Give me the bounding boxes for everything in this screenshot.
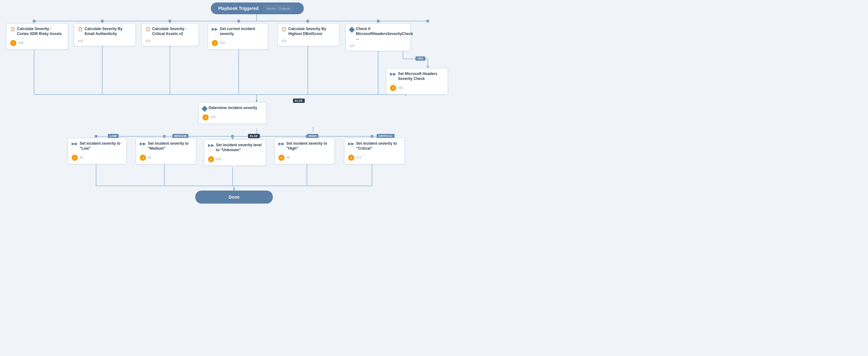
script-icon-3: 📋 [145,27,150,31]
lightning-icon-4: ⚡ [212,40,218,46]
lightning-icon-11: ⚡ [208,156,214,162]
action-icon-13: ▶▶ [348,141,354,146]
node-set-high[interactable]: ▶▶ Set incident severity to "High" ⚡ #6 [274,138,335,164]
node-id-5: #19 [281,39,287,43]
action-icon-10: ▶▶ [140,141,146,146]
node-determine-severity[interactable]: Determine incident severity ⚡ #15 [198,102,267,124]
svg-marker-61 [255,100,258,102]
node-id-12: #6 [286,156,290,159]
node-critical-assets[interactable]: 📋 Calculate Severity - Critical Assets v… [142,23,199,46]
script-icon: 📋 [10,27,15,31]
node-title-2: Calculate Severity By Email Authenticity [85,27,132,36]
node-id-8: #15 [211,115,216,119]
node-title-7: Set Microsoft Headers Severity Check [398,72,444,81]
label-medium: MEDIUM [173,134,188,138]
svg-point-43 [426,20,429,23]
svg-point-39 [168,20,172,23]
svg-point-41 [306,20,309,23]
node-title: Calculate Severity - Cortex XDR Risky As… [17,27,64,36]
lightning-icon-13: ⚡ [348,155,354,161]
diamond-icon-6 [349,27,355,33]
node-id-9: #4 [80,156,83,159]
node-id-3: #18 [145,39,151,43]
trigger-node[interactable]: Playbook Triggered Inputs / Outputs [211,2,304,14]
node-id-10: #5 [148,156,151,159]
node-get-severity[interactable]: ▶▶ Get current incident severity ⚡ #16 [208,23,268,50]
node-email-authenticity[interactable]: 📋 Calculate Severity By Email Authentici… [74,23,136,46]
lightning-icon-10: ⚡ [140,155,146,161]
lightning-icon-8: ⚡ [203,114,209,121]
node-set-critical[interactable]: ▶▶ Set incident severity to "Critical" ⚡… [344,138,405,164]
svg-marker-60 [377,21,379,23]
diamond-icon-8 [202,106,208,112]
svg-marker-68 [427,66,429,68]
svg-point-51 [163,135,166,138]
svg-point-40 [237,20,240,23]
svg-point-37 [33,20,36,23]
canvas: Playbook Triggered Inputs / Outputs 📋 Ca… [0,0,868,356]
node-set-unknown[interactable]: ▶▶ Set incident severity level to "Unkno… [204,139,266,166]
flow-connections [0,0,868,356]
label-high: HIGH [307,134,318,138]
lightning-icon: ⚡ [10,40,17,46]
node-id: #28 [18,41,24,44]
action-icon-12: ▶▶ [278,141,285,146]
action-icon-4: ▶▶ [212,27,218,31]
script-icon-2: 📋 [78,27,83,31]
node-title-5: Calculate Severity By Highest DBotScore [288,27,335,36]
node-id-2: #24 [78,39,83,43]
done-node[interactable]: Done [195,191,273,203]
node-id-13: #11 [356,156,362,159]
label-else-top: ELSE [293,99,305,103]
svg-point-50 [95,135,98,138]
node-ms-headers[interactable]: ▶▶ Set Microsoft Headers Severity Check … [386,68,448,95]
svg-point-42 [377,20,380,23]
svg-marker-56 [101,21,103,23]
node-dbotscore[interactable]: 📋 Calculate Severity By Highest DBotScor… [277,23,339,46]
action-icon-9: ▶▶ [72,141,78,146]
svg-marker-55 [33,21,35,23]
svg-point-38 [101,20,104,23]
svg-marker-64 [231,137,234,139]
done-title: Done [229,195,240,199]
node-id-11: #25 [216,157,221,161]
svg-marker-57 [168,21,171,23]
node-microsoft-check[interactable]: Check if MicrosoftHeadersSeverityCheck .… [346,23,411,51]
lightning-icon-7: ⚡ [390,85,396,91]
node-set-medium[interactable]: ▶▶ Set incident severity to "Medium" ⚡ #… [136,138,196,164]
node-title-12: Set incident severity to "High" [286,141,331,151]
svg-marker-58 [238,21,240,23]
node-title-3: Calculate Severity - Critical Assets v2 [152,27,195,36]
svg-point-54 [370,135,374,138]
inputs-outputs-button[interactable]: Inputs / Outputs [264,6,293,11]
label-low: LOW [108,134,119,138]
node-id-7: #26 [398,86,403,90]
node-title-13: Set incident severity to "Critical" [356,141,401,151]
svg-marker-67 [233,188,235,191]
node-title-8: Determine incident severity [209,106,257,110]
svg-marker-59 [307,21,309,23]
action-icon-11: ▶▶ [208,143,214,148]
node-title-9: Set incident severity to "Low" [80,141,122,151]
node-set-low[interactable]: ▶▶ Set incident severity to "Low" ⚡ #4 [68,138,126,164]
node-cortex-xdr[interactable]: 📋 Calculate Severity - Cortex XDR Risky … [6,23,68,50]
action-icon-7: ▶▶ [390,72,396,76]
node-title-4: Get current incident severity [220,27,264,36]
label-yes: YES [415,56,425,61]
svg-point-52 [231,135,234,138]
node-title-6: Check if MicrosoftHeadersSeverityCheck .… [356,27,413,41]
node-id-6: #27 [350,44,355,48]
trigger-title: Playbook Triggered [218,6,258,11]
node-id-4: #16 [220,41,225,44]
label-else-bottom: ELSE [248,134,260,138]
script-icon-5: 📋 [281,27,286,31]
lightning-icon-9: ⚡ [72,155,78,161]
node-title-11: Set incident severity level to "Unknown" [216,143,262,153]
lightning-icon-12: ⚡ [278,155,285,161]
label-critical: CRITICAL [377,134,395,138]
node-title-10: Set incident severity to "Medium" [148,141,192,151]
